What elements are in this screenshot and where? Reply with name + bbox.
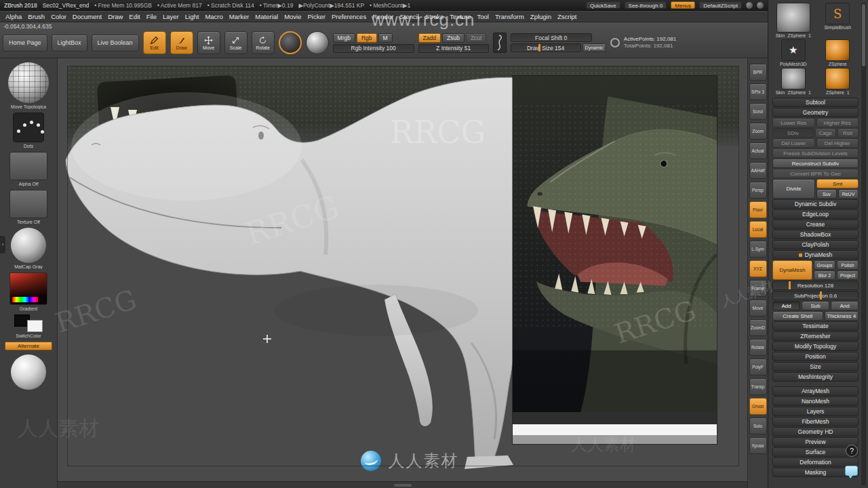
titlebar-gear-icon[interactable]: [757, 2, 764, 9]
rgb-toggle[interactable]: Rgb: [357, 33, 377, 43]
rotate3d-button[interactable]: Rotate: [749, 339, 767, 356]
tool-sphere-thumbnail[interactable]: [11, 354, 46, 390]
move-mode-button[interactable]: Move: [197, 31, 220, 54]
spix-button[interactable]: SPix 3: [749, 83, 767, 100]
edgeloop-section-header[interactable]: EdgeLoop: [772, 209, 859, 219]
menu-color[interactable]: Color: [48, 12, 69, 21]
polish-toggle[interactable]: Polish: [837, 260, 859, 270]
titlebar-sphere-icon[interactable]: [746, 2, 753, 9]
zsphere-thumbnail[interactable]: [825, 39, 850, 61]
dynamesh-button[interactable]: DynaMesh: [772, 260, 812, 280]
dynamic-subdiv-section-header[interactable]: Dynamic Subdiv: [772, 199, 859, 209]
menu-alpha[interactable]: Alpha: [3, 12, 24, 21]
aahalf-button[interactable]: AAHalf: [749, 162, 767, 179]
current-tool-thumbnail[interactable]: [776, 3, 810, 33]
color-picker[interactable]: [9, 272, 47, 305]
draw-size-slider[interactable]: Draw Size 154: [511, 43, 581, 52]
skin-zsphere-thumbnail[interactable]: [781, 68, 806, 89]
xyz-button[interactable]: XYZ: [749, 260, 767, 277]
stroke-curve-icon[interactable]: [493, 33, 507, 53]
menu-file[interactable]: File: [144, 12, 159, 21]
position-section-header[interactable]: Position: [772, 352, 859, 361]
scroll-button[interactable]: Scrol: [749, 103, 767, 120]
alpha-thumbnail[interactable]: [9, 152, 47, 180]
alternate-button[interactable]: Alternate: [5, 342, 52, 350]
draw-mode-button[interactable]: Draw: [170, 31, 193, 54]
mrgb-toggle[interactable]: Mrgb: [333, 33, 355, 43]
brush-thumbnail[interactable]: [8, 62, 49, 103]
see-through-slider[interactable]: See-through 0: [625, 1, 667, 9]
zremesher-section-header[interactable]: ZRemesher: [772, 331, 859, 341]
rotate-mode-button[interactable]: Rotate: [252, 31, 275, 54]
default-zscript-button[interactable]: DefaultZScript: [699, 1, 742, 9]
suv-toggle[interactable]: Suv: [816, 189, 837, 199]
material-sphere-preview[interactable]: [306, 31, 329, 54]
blur-slider[interactable]: Blur 2: [814, 270, 835, 280]
add-mode-toggle[interactable]: Add: [772, 301, 800, 310]
menu-picker[interactable]: Picker: [305, 12, 328, 21]
bpr-button[interactable]: BPR: [749, 64, 767, 81]
z-intensity-slider[interactable]: Z Intensity 51: [418, 44, 489, 53]
menu-marker[interactable]: Marker: [226, 12, 252, 21]
and-mode-toggle[interactable]: And: [831, 301, 859, 310]
size-section-header[interactable]: Size: [772, 362, 859, 371]
scale-mode-button[interactable]: Scale: [224, 31, 248, 54]
dynamic-draw-size-toggle[interactable]: Dynamic: [583, 43, 606, 52]
modify-topology-section-header[interactable]: Modify Topology: [772, 342, 859, 351]
menu-transform[interactable]: Transform: [492, 12, 527, 21]
claypolish-section-header[interactable]: ClayPolish: [772, 240, 859, 249]
fibermesh-palette-header[interactable]: FiberMesh: [772, 417, 859, 426]
menu-layer[interactable]: Layer: [160, 12, 182, 21]
subtool-section-header[interactable]: Subtool: [772, 98, 859, 107]
scrollbar-thumb[interactable]: [862, 4, 865, 66]
focal-shift-slider[interactable]: Focal Shift 0: [511, 33, 592, 42]
menu-macro[interactable]: Macro: [202, 12, 225, 21]
menu-zscript[interactable]: Zscript: [555, 12, 580, 21]
frame-button[interactable]: Frame: [749, 280, 767, 297]
polyframe-button[interactable]: PolyF: [749, 359, 767, 375]
polymesh3d-thumbnail[interactable]: ★: [781, 39, 806, 61]
geometry-hd-palette-header[interactable]: Geometry HD: [772, 427, 859, 436]
switch-color-widget[interactable]: [14, 314, 43, 332]
project-toggle[interactable]: Project: [837, 270, 859, 280]
crease-section-header[interactable]: Crease: [772, 220, 859, 229]
move3d-button[interactable]: Move: [749, 300, 767, 317]
simplebrush-thumbnail[interactable]: S: [825, 3, 850, 24]
thickness-slider[interactable]: Thickness 4: [825, 311, 859, 321]
tessimate-section-header[interactable]: Tessimate: [772, 321, 859, 331]
menu-material[interactable]: Material: [252, 12, 281, 21]
canvas-viewport[interactable]: 人人素材: [58, 58, 747, 488]
rgb-intensity-slider[interactable]: Rgb Intensity 100: [333, 44, 414, 53]
menu-render[interactable]: Render: [370, 12, 396, 21]
lsym-button[interactable]: L.Sym: [749, 241, 767, 258]
subprojection-slider[interactable]: SubProjection 0.6: [772, 291, 859, 300]
edit-mode-button[interactable]: Edit: [143, 31, 166, 54]
meshintegrity-section-header[interactable]: MeshIntegrity: [772, 372, 859, 382]
create-shell-button[interactable]: Create Shell: [772, 311, 823, 321]
zoom-button[interactable]: Zoom: [749, 123, 767, 140]
tray-collapse-handle[interactable]: ‹: [0, 236, 5, 253]
geometry-section-header[interactable]: Geometry: [772, 108, 859, 117]
groups-toggle[interactable]: Groups: [814, 260, 835, 270]
menu-zplugin[interactable]: Zplugin: [528, 12, 554, 21]
material-thumbnail[interactable]: [11, 228, 46, 263]
divide-button[interactable]: Divide: [772, 179, 815, 199]
menu-stroke[interactable]: Stroke: [422, 12, 446, 21]
stroke-thumbnail[interactable]: [13, 113, 44, 142]
reuv-button[interactable]: ReUV: [838, 189, 859, 199]
texture-thumbnail[interactable]: [9, 190, 47, 218]
zadd-toggle[interactable]: Zadd: [418, 33, 441, 43]
quicksave-button[interactable]: QuickSave: [586, 1, 620, 9]
splitter-handle[interactable]: [394, 484, 412, 487]
zoom3d-button[interactable]: ZoomD: [749, 319, 767, 336]
transp-button[interactable]: Transp: [749, 378, 767, 395]
home-page-button[interactable]: Home Page: [3, 35, 47, 52]
secondary-color-swatch[interactable]: [27, 320, 43, 332]
menu-preferences[interactable]: Preferences: [329, 12, 369, 21]
help-button[interactable]: ?: [846, 445, 858, 457]
floor-button[interactable]: Floor: [749, 201, 767, 218]
solo-button[interactable]: Solo: [749, 418, 767, 434]
local-button[interactable]: Local: [749, 221, 767, 238]
arraymesh-palette-header[interactable]: ArrayMesh: [772, 386, 859, 396]
menu-stencil[interactable]: Stencil: [397, 12, 422, 21]
